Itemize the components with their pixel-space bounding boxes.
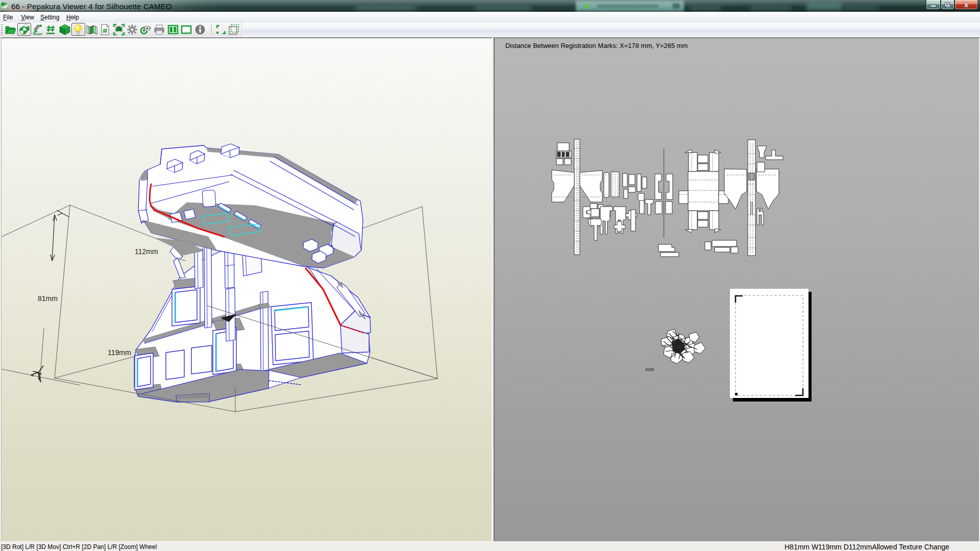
svg-text:112mm: 112mm xyxy=(135,247,158,256)
svg-text:x: x xyxy=(964,1,968,9)
svg-text:119mm: 119mm xyxy=(108,348,131,357)
svg-text:81mm: 81mm xyxy=(38,294,58,303)
